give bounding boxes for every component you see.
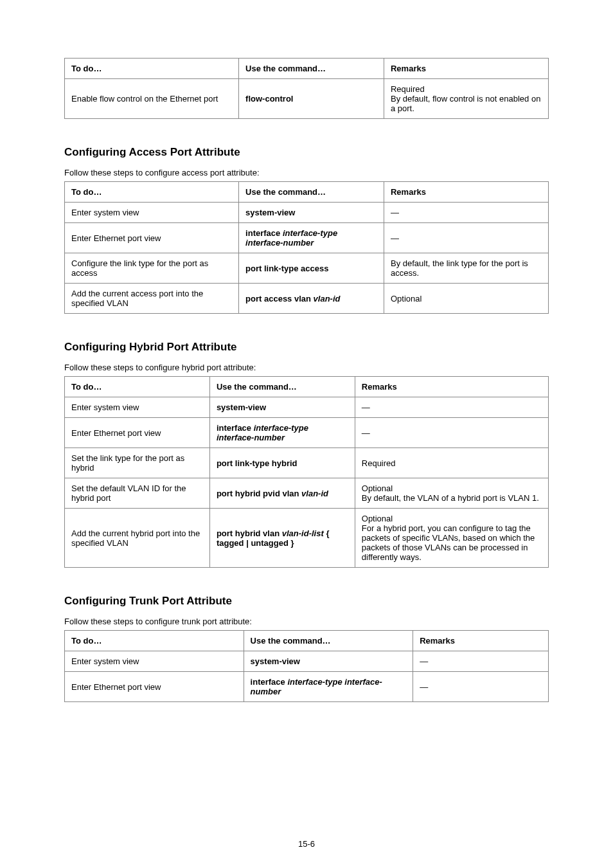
cell-cmd: interface interface-type interface-numbe… [244,672,413,702]
col-header-cmd: Use the command… [239,182,384,203]
cell-desc: Enter system view [65,651,244,672]
table-row: Enter system view system-view — [65,651,549,672]
table-row: Enter Ethernet port view interface inter… [65,672,549,702]
page-number: 15-6 [0,839,613,849]
col-header-remarks: Remarks [384,182,548,203]
cell-desc: Enter Ethernet port view [65,418,210,448]
table-header-row: To do… Use the command… Remarks [65,182,549,203]
cell-cmd: interface interface-type interface-numbe… [239,223,384,253]
cell-remarks: By default, the link type for the port i… [384,253,548,284]
trunk-intro: Follow these steps to configure trunk po… [64,617,549,626]
cell-cmd: port hybrid vlan vlan-id-list { tagged |… [209,509,355,568]
trunk-table: To do… Use the command… Remarks Enter sy… [64,630,549,702]
table-header-row: To do… Use the command… Remarks [65,377,549,397]
cell-desc: Enable flow control on the Ethernet port [65,79,239,119]
access-table: To do… Use the command… Remarks Enter sy… [64,181,549,314]
table-row: Enter Ethernet port view interface inter… [65,418,549,448]
cell-desc: Set the default VLAN ID for the hybrid p… [65,478,210,509]
col-header-todo: To do… [65,377,210,397]
hybrid-intro: Follow these steps to configure hybrid p… [64,363,549,372]
col-header-todo: To do… [65,59,239,79]
col-header-cmd: Use the command… [244,631,413,651]
cell-cmd: port link-type hybrid [209,448,355,478]
cell-cmd: system-view [244,651,413,672]
table-row: Add the current access port into the spe… [65,284,549,314]
table-row: Set the link type for the port as hybrid… [65,448,549,478]
cell-remarks: — [413,672,549,702]
table-row: Set the default VLAN ID for the hybrid p… [65,478,549,509]
access-heading: Configuring Access Port Attribute [64,146,549,159]
cell-remarks: Required [355,448,548,478]
cell-remarks: RequiredBy default, flow control is not … [384,79,548,119]
cell-cmd: system-view [209,397,355,418]
table-row: Enter system view system-view — [65,203,549,223]
col-header-remarks: Remarks [413,631,549,651]
cell-desc: Enter system view [65,203,239,223]
cell-remarks: OptionalFor a hybrid port, you can confi… [355,509,548,568]
col-header-cmd: Use the command… [209,377,355,397]
col-header-todo: To do… [65,631,244,651]
cell-desc: Add the current hybrid port into the spe… [65,509,210,568]
cell-desc: Enter Ethernet port view [65,672,244,702]
table-header-row: To do… Use the command… Remarks [65,59,549,79]
cell-remarks: OptionalBy default, the VLAN of a hybrid… [355,478,548,509]
hybrid-table: To do… Use the command… Remarks Enter sy… [64,376,549,568]
col-header-remarks: Remarks [355,377,548,397]
col-header-todo: To do… [65,182,239,203]
cell-cmd: interface interface-type interface-numbe… [209,418,355,448]
cell-remarks: — [384,223,548,253]
flow-control-table: To do… Use the command… Remarks Enable f… [64,58,549,119]
cell-cmd: system-view [239,203,384,223]
cell-remarks: — [355,418,548,448]
cell-desc: Enter Ethernet port view [65,223,239,253]
cell-remarks: — [355,397,548,418]
table-row: Enable flow control on the Ethernet port… [65,79,549,119]
table-row: Configure the link type for the port as … [65,253,549,284]
cell-desc: Set the link type for the port as hybrid [65,448,210,478]
hybrid-heading: Configuring Hybrid Port Attribute [64,341,549,354]
cell-remarks: — [384,203,548,223]
table-row: Enter system view system-view — [65,397,549,418]
access-intro: Follow these steps to configure access p… [64,168,549,177]
cell-cmd: port access vlan vlan-id [239,284,384,314]
col-header-cmd: Use the command… [239,59,384,79]
page-container: To do… Use the command… Remarks Enable f… [0,0,613,868]
cell-desc: Add the current access port into the spe… [65,284,239,314]
cell-desc: Enter system view [65,397,210,418]
cell-cmd: port link-type access [239,253,384,284]
cell-cmd: flow-control [239,79,384,119]
cell-desc: Configure the link type for the port as … [65,253,239,284]
table-row: Add the current hybrid port into the spe… [65,509,549,568]
cell-cmd: port hybrid pvid vlan vlan-id [209,478,355,509]
table-row: Enter Ethernet port view interface inter… [65,223,549,253]
cell-remarks: Optional [384,284,548,314]
trunk-heading: Configuring Trunk Port Attribute [64,595,549,608]
table-header-row: To do… Use the command… Remarks [65,631,549,651]
col-header-remarks: Remarks [384,59,548,79]
cell-remarks: — [413,651,549,672]
